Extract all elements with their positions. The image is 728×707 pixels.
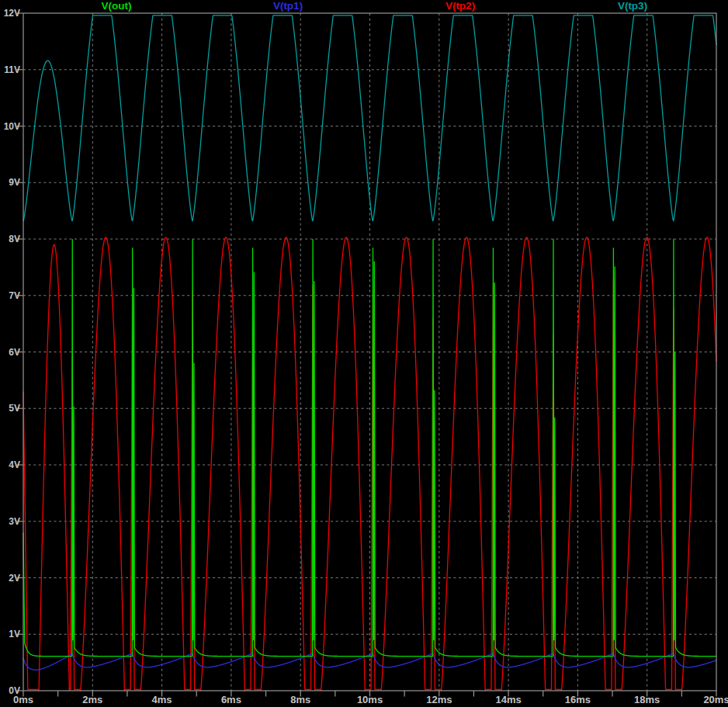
legend-item-vtp2[interactable]: V(tp2) xyxy=(445,0,475,12)
y-tick-label-6V: 6V xyxy=(0,347,20,358)
x-tick-label-0ms: 0ms xyxy=(13,694,33,705)
x-tick-label-2ms: 2ms xyxy=(82,694,102,705)
y-tick-label-5V: 5V xyxy=(0,403,20,414)
trace-vtp3 xyxy=(23,16,716,221)
x-tick-label-18ms: 18ms xyxy=(634,694,660,705)
y-tick-label-9V: 9V xyxy=(0,177,20,188)
y-tick-label-11V: 11V xyxy=(0,64,20,75)
waveform-viewer: 0V1V2V3V4V5V6V7V8V9V10V11V12V 0ms2ms4ms6… xyxy=(0,0,728,707)
y-tick-label-3V: 3V xyxy=(0,516,20,527)
x-tick-label-20ms: 20ms xyxy=(703,694,728,705)
y-tick-label-1V: 1V xyxy=(0,629,20,639)
x-tick-label-6ms: 6ms xyxy=(221,694,241,705)
x-tick-label-14ms: 14ms xyxy=(495,694,521,705)
y-tick-label-12V: 12V xyxy=(0,8,20,19)
y-tick-label-10V: 10V xyxy=(0,121,20,132)
x-tick-label-12ms: 12ms xyxy=(426,694,452,705)
y-tick-label-7V: 7V xyxy=(0,290,20,301)
x-tick-label-4ms: 4ms xyxy=(152,694,172,705)
x-tick-label-10ms: 10ms xyxy=(357,694,383,705)
x-tick-label-16ms: 16ms xyxy=(565,694,591,705)
legend-item-vtp3[interactable]: V(tp3) xyxy=(618,0,647,12)
y-tick-label-8V: 8V xyxy=(0,234,20,244)
legend-item-vtp1[interactable]: V(tp1) xyxy=(273,0,303,12)
x-tick-label-8ms: 8ms xyxy=(290,694,310,705)
plot-canvas[interactable] xyxy=(0,0,728,707)
y-tick-label-2V: 2V xyxy=(0,573,20,584)
y-tick-label-4V: 4V xyxy=(0,459,20,470)
legend-item-vout[interactable]: V(out) xyxy=(102,0,132,12)
